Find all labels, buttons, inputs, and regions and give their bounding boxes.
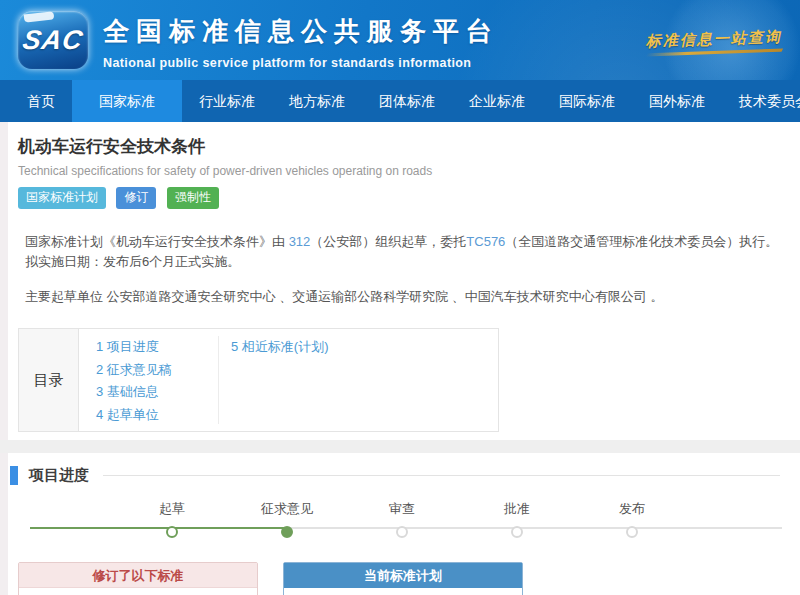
table-of-contents: 目录 1 项目进度 2 征求意见稿 3 基础信息 4 起草单位 5 相近标准(计… [18,328,499,432]
nav-item-home[interactable]: 首页 [10,80,72,122]
tag-mandatory: 强制性 [167,187,219,209]
description-paragraphs: 国家标准计划《机动车运行安全技术条件》由 312（公安部）组织起草，委托TC57… [0,232,800,307]
current-plan-card-header: 当前标准计划 [284,563,522,588]
section-accent-bar [10,466,18,485]
toc-link-basic-info[interactable]: 3 基础信息 [96,381,218,404]
section-separator [0,440,800,453]
nav-item-national-standards[interactable]: 国家标准 [72,80,182,122]
sac-logo[interactable]: SAC [18,11,88,69]
timeline-dot-pending [511,526,523,538]
timeline-dot-done [166,526,178,538]
sac-logo-text: SAC [20,25,85,56]
tag-revision: 修订 [116,187,156,209]
timeline-dot-pending [626,526,638,538]
site-titles: 全国标准信息公共服务平台 National public service pla… [103,14,499,70]
timeline-step-soliciting-comments: 征求意见 [242,500,332,538]
timeline-step-approval: 批准 [472,500,562,538]
timeline-step-publication: 发布 [587,500,677,538]
paragraph-text: 国家标准计划《机动车运行安全技术条件》由 [25,234,289,249]
toc-link-drafting-units[interactable]: 4 起草单位 [96,404,218,427]
revised-card-header: 修订了以下标准 [19,563,257,588]
toc-link-similar-standards[interactable]: 5 相近标准(计划) [231,336,329,359]
nav-item-enterprise-standards[interactable]: 企业标准 [452,80,542,122]
standard-title-block: 机动车运行安全技术条件 Technical specifications for… [0,122,800,209]
paragraph-drafting-units: 主要起草单位 公安部道路交通安全研究中心 、交通运输部公路科学研究院 、中国汽车… [25,287,782,307]
revised-standard-card: 修订了以下标准 GB 7258-2017 （全部代替） 机动车运行安全技术条件 [18,562,258,595]
revised-card-body: GB 7258-2017 （全部代替） 机动车运行安全技术条件 [19,588,257,595]
nav-item-group-standards[interactable]: 团体标准 [362,80,452,122]
progress-timeline: 起草 征求意见 审查 批准 发布 [0,500,800,550]
current-plan-card: 当前标准计划 20250058-Q-312 正在征求意见 机动车运行安全技术条件 [283,562,523,595]
timeline-step-label: 批准 [472,500,562,518]
main-nav: 首页 国家标准 行业标准 地方标准 团体标准 企业标准 国际标准 国外标准 技术… [0,80,800,122]
timeline-step-label: 征求意见 [242,500,332,518]
paragraph-plan-info: 国家标准计划《机动车运行安全技术条件》由 312（公安部）组织起草，委托TC57… [25,232,782,272]
nav-item-technical-committees[interactable]: 技术委员会 [722,80,800,122]
page-body: 机动车运行安全技术条件 Technical specifications for… [0,122,800,595]
section-header-project-progress: 项目进度 [10,458,780,492]
current-plan-card-body: 20250058-Q-312 正在征求意见 机动车运行安全技术条件 [284,588,522,595]
timeline-step-label: 起草 [127,500,217,518]
nav-item-local-standards[interactable]: 地方标准 [272,80,362,122]
technical-committee-link[interactable]: TC576 [466,234,505,249]
site-header: SAC 全国标准信息公共服务平台 National public service… [0,0,800,80]
toc-columns: 1 项目进度 2 征求意见稿 3 基础信息 4 起草单位 5 相近标准(计划) [79,329,498,431]
timeline-dot-current [281,526,293,538]
tag-row: 国家标准计划 修订 强制性 [18,187,782,209]
department-code-link[interactable]: 312 [289,234,311,249]
nav-item-foreign-standards[interactable]: 国外标准 [632,80,722,122]
nav-item-industry-standards[interactable]: 行业标准 [182,80,272,122]
section-title: 项目进度 [29,466,89,485]
toc-label: 目录 [19,329,79,431]
tag-national-standard-plan: 国家标准计划 [18,187,106,209]
paragraph-text: （公安部）组织起草，委托 [310,234,466,249]
timeline-dot-pending [396,526,408,538]
toc-column-2: 5 相近标准(计划) [219,336,329,424]
timeline-step-label: 发布 [587,500,677,518]
timeline-step-review: 审查 [357,500,447,538]
section-divider-line [103,475,780,476]
toc-link-draft-for-comments[interactable]: 2 征求意见稿 [96,359,218,382]
site-title: 全国标准信息公共服务平台 [103,14,499,49]
page-title: 机动车运行安全技术条件 [18,135,782,158]
page-title-english: Technical specifications for safety of p… [18,164,782,178]
toc-column-1: 1 项目进度 2 征求意见稿 3 基础信息 4 起草单位 [79,336,219,424]
site-slogan-calligraphy: 标准信息一站查询 [646,28,783,57]
standard-cards-row: 修订了以下标准 GB 7258-2017 （全部代替） 机动车运行安全技术条件 … [18,562,800,595]
toc-link-project-progress[interactable]: 1 项目进度 [96,336,218,359]
timeline-step-label: 审查 [357,500,447,518]
nav-item-international-standards[interactable]: 国际标准 [542,80,632,122]
site-subtitle-en: National public service platform for sta… [103,56,499,70]
timeline-step-draft: 起草 [127,500,217,538]
